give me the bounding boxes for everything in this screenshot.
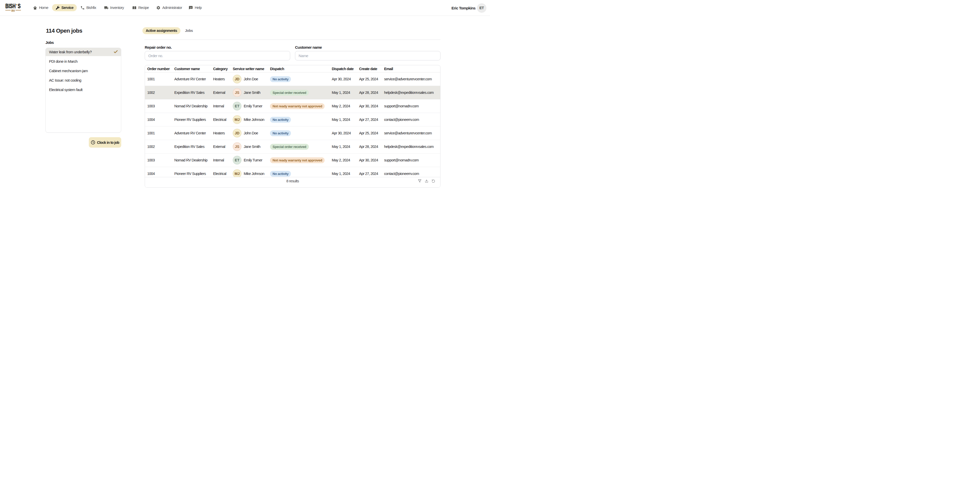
svg-text:?: ? xyxy=(190,6,192,9)
